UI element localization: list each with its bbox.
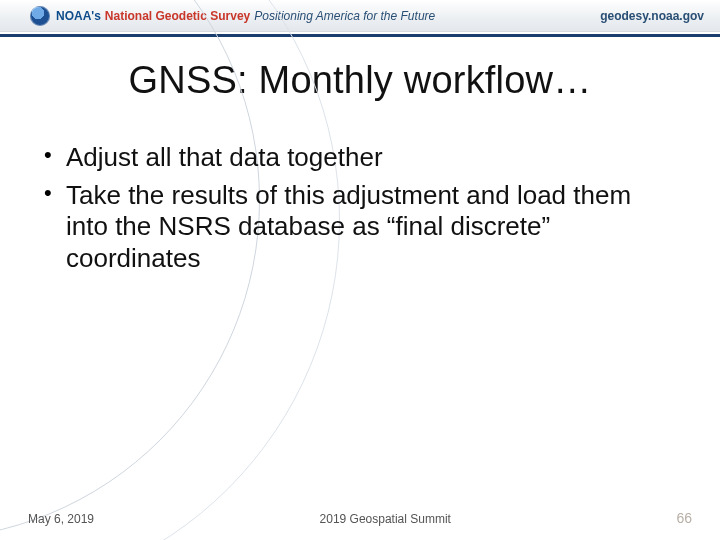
- brand-org-name: National Geodetic Survey: [105, 9, 250, 23]
- list-item: Adjust all that data together: [40, 142, 680, 174]
- header-url: geodesy.noaa.gov: [600, 9, 704, 23]
- bullet-text: Take the results of this adjustment and …: [66, 180, 631, 273]
- noaa-logo-icon: [30, 6, 50, 26]
- list-item: Take the results of this adjustment and …: [40, 180, 680, 275]
- brand-org-short: NOAA's: [56, 9, 101, 23]
- footer: May 6, 2019 2019 Geospatial Summit 66: [0, 510, 720, 526]
- page-title: GNSS: Monthly workflow…: [0, 59, 720, 102]
- bullet-list: Adjust all that data together Take the r…: [40, 142, 680, 275]
- page-number: 66: [676, 510, 692, 526]
- footer-event: 2019 Geospatial Summit: [94, 512, 676, 526]
- brand-tagline: Positioning America for the Future: [254, 9, 435, 23]
- header-divider: [0, 34, 720, 37]
- header-band: NOAA's National Geodetic Survey Position…: [0, 0, 720, 32]
- footer-date: May 6, 2019: [28, 512, 94, 526]
- slide: NOAA's National Geodetic Survey Position…: [0, 0, 720, 540]
- bullet-text: Adjust all that data together: [66, 142, 383, 172]
